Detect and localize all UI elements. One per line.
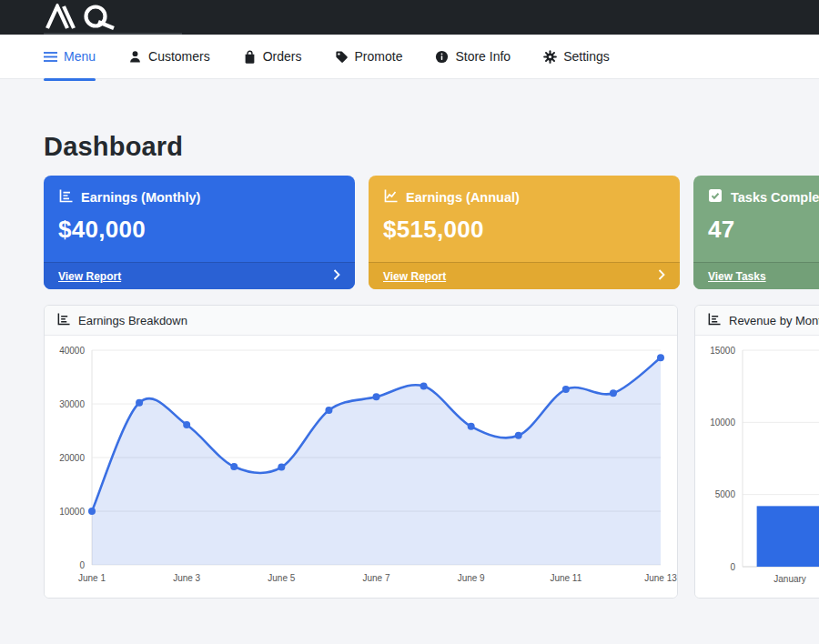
app-logo-aq[interactable]: [44, 4, 127, 35]
logo-glyph-aq: [44, 4, 127, 31]
panel-body: 050001000015000January: [695, 336, 819, 598]
card-value: 47: [708, 216, 819, 244]
main-navbar: Menu Customers Orders Promote Store I: [0, 35, 819, 79]
page-title: Dashboard: [44, 132, 819, 162]
svg-text:January: January: [774, 574, 806, 584]
link-label: View Report: [383, 270, 446, 283]
svg-text:June 7: June 7: [362, 573, 389, 583]
chevron-right-icon: [658, 269, 665, 283]
nav-item-promote[interactable]: Promote: [335, 49, 403, 64]
chart-icon: [56, 312, 70, 328]
card-title-text: Earnings (Annual): [406, 190, 520, 205]
card-body: Earnings (Monthly) $40,000: [44, 176, 355, 262]
revenue-by-month-panel: Revenue by Month 050001000015000January: [694, 305, 819, 599]
nav-item-settings[interactable]: Settings: [543, 49, 610, 64]
stat-card-earnings-monthly: Earnings (Monthly) $40,000 View Report: [44, 176, 355, 289]
card-title-text: Earnings (Monthly): [81, 190, 200, 205]
view-tasks-link[interactable]: View Tasks: [693, 262, 819, 289]
line-chart-icon: [383, 188, 398, 206]
earnings-line-chart: 010000200003000040000June 1June 3June 5J…: [45, 336, 677, 596]
revenue-bar-chart: 050001000015000January: [695, 336, 819, 596]
stat-card-tasks-completed: Tasks Completed 47 View Tasks: [693, 176, 819, 289]
card-body: Tasks Completed 47: [693, 176, 819, 262]
nav-item-orders[interactable]: Orders: [243, 49, 302, 64]
app-window: Menu Customers Orders Promote Store I: [0, 0, 819, 644]
svg-text:June 9: June 9: [458, 573, 485, 583]
svg-text:June 1: June 1: [78, 573, 106, 583]
checkbox-icon: [708, 188, 723, 206]
card-title-text: Tasks Completed: [731, 190, 819, 205]
panel-body: 010000200003000040000June 1June 3June 5J…: [45, 336, 677, 598]
panel-header: Revenue by Month: [695, 306, 819, 336]
card-title: Tasks Completed: [708, 188, 819, 206]
card-value: $515,000: [383, 216, 665, 244]
nav-item-customers[interactable]: Customers: [128, 49, 210, 64]
svg-text:30000: 30000: [59, 399, 85, 409]
nav-item-store-info[interactable]: Store Info: [435, 49, 511, 64]
view-report-link[interactable]: View Report: [44, 262, 355, 289]
active-tab-underline: [44, 78, 96, 81]
card-value: $40,000: [58, 216, 340, 244]
person-icon: [128, 50, 142, 64]
card-body: Earnings (Annual) $515,000: [369, 176, 680, 262]
horizontal-bar-chart-icon: [58, 188, 73, 206]
panel-title: Revenue by Month: [729, 314, 819, 327]
svg-text:10000: 10000: [710, 418, 735, 428]
nav-label: Menu: [64, 49, 96, 64]
nav-label: Store Info: [455, 49, 511, 64]
hamburger-icon: [44, 51, 57, 63]
dashboard-content: Dashboard Earnings (Monthly) $40,000 Vie…: [0, 79, 819, 599]
stat-card-earnings-annual: Earnings (Annual) $515,000 View Report: [369, 176, 680, 289]
panel-title: Earnings Breakdown: [78, 314, 187, 327]
view-report-link[interactable]: View Report: [369, 262, 680, 289]
svg-text:0: 0: [730, 562, 735, 572]
svg-text:June 5: June 5: [268, 573, 295, 583]
chart-icon: [707, 312, 721, 328]
svg-text:15000: 15000: [710, 346, 735, 356]
info-icon: [435, 50, 449, 64]
svg-text:June 13: June 13: [644, 573, 677, 583]
nav-label: Settings: [563, 49, 610, 64]
svg-text:June 3: June 3: [173, 573, 200, 583]
card-title: Earnings (Monthly): [58, 188, 340, 206]
link-label: View Tasks: [708, 270, 766, 283]
svg-text:40000: 40000: [59, 346, 85, 356]
svg-text:10000: 10000: [59, 507, 85, 517]
card-title: Earnings (Annual): [383, 188, 665, 206]
topbar: [0, 0, 819, 35]
nav-label: Orders: [263, 49, 302, 64]
chart-panels-row: Earnings Breakdown 010000200003000040000…: [44, 305, 819, 599]
tag-icon: [335, 50, 349, 64]
chevron-right-icon: [333, 269, 340, 283]
svg-text:0: 0: [79, 560, 85, 570]
gear-icon: [543, 50, 557, 64]
panel-header: Earnings Breakdown: [45, 306, 677, 336]
shopping-bag-icon: [243, 50, 257, 64]
link-label: View Report: [58, 270, 121, 283]
svg-text:5000: 5000: [715, 489, 736, 499]
stat-cards-row: Earnings (Monthly) $40,000 View Report: [44, 176, 819, 289]
svg-text:20000: 20000: [59, 453, 85, 463]
svg-text:June 11: June 11: [550, 573, 581, 583]
nav-label: Customers: [148, 49, 210, 64]
earnings-breakdown-panel: Earnings Breakdown 010000200003000040000…: [44, 305, 678, 599]
nav-label: Promote: [355, 49, 403, 64]
nav-item-menu[interactable]: Menu: [44, 49, 96, 64]
